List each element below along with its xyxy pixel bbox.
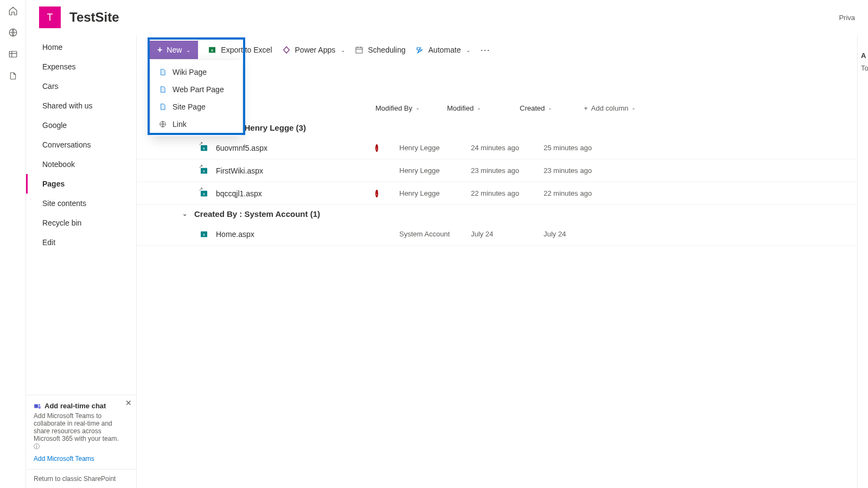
svg-rect-4 (34, 404, 38, 408)
modified-indicator-icon: ↗ (199, 140, 203, 146)
plus-icon: + (584, 104, 588, 112)
export-excel-button[interactable]: X Export to Excel (208, 46, 272, 54)
file-created: 22 minutes ago (544, 189, 625, 197)
svg-text:X: X (211, 48, 214, 52)
list-item[interactable]: S Home.aspx System Account July 24 July … (137, 223, 857, 246)
nav-pages[interactable]: Pages (26, 174, 136, 194)
calendar-icon (355, 46, 363, 54)
chevron-down-icon: ⌄ (341, 47, 345, 53)
excel-icon: X (208, 46, 216, 54)
chevron-down-icon: ⌄ (466, 47, 470, 53)
chevron-down-icon: ⌄ (186, 47, 190, 53)
file-modified: July 24 (471, 230, 544, 238)
list-item[interactable]: ↗ S 6uovmnf5.aspx ↓ Henry Legge 24 minut… (137, 137, 857, 159)
news-icon[interactable] (8, 49, 18, 60)
scheduling-label: Scheduling (368, 46, 405, 54)
nav-edit[interactable]: Edit (26, 233, 136, 252)
sharepoint-file-icon: S (200, 230, 208, 239)
page-icon (158, 102, 167, 111)
automate-icon (416, 46, 424, 54)
new-link[interactable]: Link (151, 115, 242, 133)
file-modified-by: Henry Legge (399, 189, 471, 197)
col-modified[interactable]: Modified ⌄ (447, 104, 520, 112)
chat-card-body: Add Microsoft Teams to collaborate in re… (34, 412, 129, 442)
col-modified-by[interactable]: Modified By ⌄ (375, 104, 447, 112)
site-title[interactable]: TestSite (69, 10, 119, 25)
file-modified-by: System Account (399, 230, 471, 238)
checked-out-icon: ↓ (375, 144, 378, 152)
dd-label: Site Page (173, 102, 206, 111)
close-icon[interactable]: ✕ (125, 399, 132, 407)
col-label: Add column (591, 104, 629, 112)
chevron-down-icon: ⌄ (548, 105, 552, 111)
svg-rect-6 (39, 406, 41, 409)
details-title: A (861, 52, 868, 60)
file-name: bqccqjl1.aspx (214, 189, 399, 198)
group-header[interactable]: ⌄ Created By : Henry Legge (3) (137, 119, 857, 137)
col-created[interactable]: Created ⌄ (520, 104, 584, 112)
file-modified-by: Henry Legge (399, 166, 471, 175)
nav-recycle-bin[interactable]: Recycle bin (26, 213, 136, 233)
nav-cars[interactable]: Cars (26, 76, 136, 96)
col-label: Modified By (375, 104, 412, 112)
chevron-down-icon: ⌄ (416, 105, 420, 111)
svg-point-5 (39, 403, 41, 406)
nav-site-contents[interactable]: Site contents (26, 194, 136, 213)
automate-button[interactable]: Automate ⌄ (416, 46, 471, 54)
plus-icon: + (157, 45, 162, 55)
new-web-part-page[interactable]: Web Part Page (151, 81, 242, 98)
scheduling-button[interactable]: Scheduling (355, 46, 405, 54)
power-apps-icon (282, 46, 291, 54)
new-wiki-page[interactable]: Wiki Page (151, 63, 242, 81)
file-name: 6uovmnf5.aspx (214, 144, 399, 152)
site-logo-tile[interactable]: T (39, 7, 61, 28)
chat-card-title: Add real-time chat (44, 402, 106, 410)
add-column-button[interactable]: + Add column ⌄ (584, 104, 636, 112)
globe-icon[interactable] (8, 27, 18, 38)
file-created: 25 minutes ago (544, 144, 625, 152)
command-bar: + New ⌄ X Export to Excel P (137, 35, 857, 65)
modified-indicator-icon: ↗ (199, 163, 203, 169)
group-header[interactable]: ⌄ Created By : System Account (1) (137, 205, 857, 223)
nav-notebook[interactable]: Notebook (26, 155, 136, 174)
nav-google[interactable]: Google (26, 115, 136, 135)
list-item[interactable]: ↗ S bqccqjl1.aspx ↓ Henry Legge 22 minut… (137, 182, 857, 205)
col-label: Modified (447, 104, 474, 112)
nav-shared[interactable]: Shared with us (26, 96, 136, 115)
power-apps-button[interactable]: Power Apps ⌄ (282, 46, 346, 54)
group-header-label: Created By : System Account (1) (194, 209, 320, 219)
automate-label: Automate (429, 46, 461, 54)
list-item[interactable]: ↗ S FirstWiki.aspx Henry Legge 23 minute… (137, 159, 857, 182)
file-created: July 24 (544, 230, 625, 238)
file-modified-by: Henry Legge (399, 144, 471, 152)
side-nav: Home Expenses Cars Shared with us Google… (26, 35, 137, 488)
add-teams-link[interactable]: Add Microsoft Teams (34, 455, 129, 463)
column-headers: Modified By ⌄ Modified ⌄ Created ⌄ + Add… (137, 97, 857, 119)
file-modified: 23 minutes ago (471, 166, 544, 175)
new-button-label: New (167, 46, 182, 54)
more-button[interactable]: ⋯ (480, 44, 490, 56)
privacy-label: Priva (839, 14, 855, 22)
chevron-down-icon: ⌄ (631, 105, 636, 111)
teams-chat-card: ✕ Add real-time chat Add Microsoft Teams… (26, 395, 136, 469)
info-icon[interactable]: ⓘ (34, 443, 40, 450)
classic-sharepoint-link[interactable]: Return to classic SharePoint (26, 469, 136, 488)
col-label: Created (520, 104, 545, 112)
file-name: Home.aspx (214, 230, 399, 239)
teams-icon (34, 402, 41, 410)
nav-expenses[interactable]: Expenses (26, 57, 136, 76)
nav-home[interactable]: Home (26, 37, 136, 57)
list-content: + New ⌄ X Export to Excel P (137, 35, 857, 488)
page-icon (158, 68, 167, 76)
file-name: FirstWiki.aspx (214, 166, 399, 175)
home-icon[interactable] (8, 5, 18, 16)
nav-conversations[interactable]: Conversations (26, 135, 136, 155)
page-icon (158, 85, 167, 94)
export-label: Export to Excel (221, 46, 272, 54)
file-icon[interactable] (8, 70, 18, 81)
new-site-page[interactable]: Site Page (151, 98, 242, 115)
new-button[interactable]: + New ⌄ (150, 41, 198, 59)
site-header: T TestSite Priva (26, 0, 868, 35)
chevron-down-icon: ⌄ (477, 105, 481, 111)
globe-icon (158, 120, 167, 129)
